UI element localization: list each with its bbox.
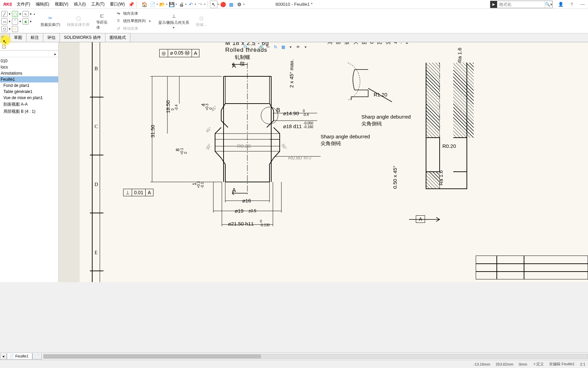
open-icon[interactable]: 📂	[159, 1, 166, 8]
tree-root[interactable]: 010	[0, 58, 58, 64]
sheet-add[interactable]: 📄	[32, 353, 42, 359]
zoom-fit-icon[interactable]: 🔍	[242, 44, 249, 50]
quick-button[interactable]: ◻快速...	[193, 10, 210, 32]
tab-sketch[interactable]: 草图	[10, 33, 27, 42]
home-icon[interactable]: 🏠	[141, 1, 148, 8]
menu-window[interactable]: 窗口(W)	[107, 1, 127, 7]
dim-18: 18.50	[165, 100, 171, 113]
feature-tree-panel: 📋 ▸ 010 locs Annotations Feuille1 Fond d…	[0, 42, 59, 282]
minimize-icon[interactable]: —	[578, 0, 587, 9]
edit-sheet-icon[interactable]: 👁	[295, 44, 301, 50]
menu-view[interactable]: 视图(V)	[52, 1, 71, 7]
detail-r120: R1.20	[374, 92, 387, 97]
search-input[interactable]	[497, 2, 545, 7]
status-z: 0mm	[519, 362, 527, 366]
offset-button[interactable]: ⊏等距实 体	[93, 10, 111, 32]
mirror-button[interactable]: ⇋镜向实体	[112, 10, 153, 17]
pin-icon[interactable]: 📌	[128, 1, 135, 8]
dim-r080: R0.80	[288, 155, 302, 160]
tab-sheetformat[interactable]: 图纸格式	[105, 33, 130, 42]
undo-icon[interactable]: ↶	[187, 1, 195, 8]
dim-r080-tol: ±0.2	[304, 155, 311, 160]
search-box: ▶ 🔍▾	[490, 1, 553, 8]
view-toolbar: 🔍 ⛶ 🔗 ✂ ↻ ▦ ▾ 👁 ▾	[242, 44, 309, 50]
display-style-icon[interactable]: ▦	[280, 44, 287, 50]
ruler-c: C	[95, 124, 98, 129]
move-button[interactable]: ⇄移动实体	[112, 25, 153, 32]
line-icon[interactable]: ╱	[1, 11, 7, 17]
status-def: 々定义	[533, 362, 544, 367]
tab-evaluate[interactable]: 评估	[43, 33, 60, 42]
dim-r020: R0.20	[237, 143, 251, 149]
menu-bar: RKS 文件(F) 编辑(E) 视图(V) 插入(I) 工具(T) 窗口(W) …	[0, 0, 588, 9]
section-ra16a: Ra 1.6	[457, 48, 462, 63]
search-button[interactable]: 🔍▾	[545, 1, 552, 8]
section-arrow-a1: A	[232, 63, 236, 70]
menu-edit[interactable]: 编辑(E)	[33, 1, 52, 7]
title-block	[476, 256, 588, 279]
tab-annotate[interactable]: 标注	[26, 33, 43, 42]
prev-view-icon[interactable]: 🔗	[257, 44, 264, 50]
drawing-canvas[interactable]: 🔍 ⛶ 🔗 ✂ ↻ ▦ ▾ 👁 ▾ B C D E	[59, 42, 588, 282]
dim-d18-tol: -0.050 -0.160	[304, 121, 313, 129]
new-icon[interactable]: 📄	[149, 1, 157, 8]
zoom-area-icon[interactable]: ⛶	[250, 44, 257, 50]
ellipse-icon[interactable]: ◉	[22, 18, 29, 25]
rect-icon[interactable]: ▭	[1, 18, 7, 25]
more-view-icon[interactable]: ▾	[302, 44, 309, 50]
trim-button[interactable]: ✂剪裁实体(T)	[37, 10, 64, 32]
menu-file[interactable]: 文件(F)	[14, 1, 33, 7]
side-ruler: B C D E	[92, 42, 100, 282]
menu-tools[interactable]: 工具(T)	[88, 1, 107, 7]
tree-section-aa[interactable]: 剖面视图 A-A	[0, 101, 58, 108]
linear-pattern-button[interactable]: ⠿线性草图阵列▾	[112, 17, 153, 25]
horizontal-scrollbar[interactable]	[43, 354, 588, 359]
tree-vue[interactable]: Vue de mise en plan1	[0, 95, 58, 101]
poly-icon[interactable]: ⬡	[1, 26, 7, 32]
section-r020: R0.20	[442, 143, 456, 149]
cursor-icon: ↖	[3, 39, 7, 44]
section-chamfer: 0.50 x 45°	[392, 166, 398, 189]
tree-fond[interactable]: Fond de plan1	[0, 82, 58, 89]
relations-button[interactable]: ⊥显示/删除几何关系▾	[155, 10, 193, 32]
sheet-tab-feuille1[interactable]: 📄Feuille1	[7, 353, 32, 359]
circle-icon[interactable]: ◯	[12, 11, 18, 17]
save-icon[interactable]: 💾	[168, 1, 176, 8]
dim-18-tol: 0 -0.4	[171, 105, 178, 110]
print-icon[interactable]: 🖨	[178, 1, 185, 8]
status-x: -13.16mm	[473, 362, 490, 366]
tree-detail-b[interactable]: 局部视图 B (4 : 1)	[0, 108, 58, 115]
status-y: 253.82mm	[496, 362, 513, 366]
tree-table[interactable]: Table générale1	[0, 89, 58, 95]
ruler-b: B	[95, 66, 98, 72]
tab-addins[interactable]: SOLIDWORKS 插件	[60, 33, 105, 42]
section-view-icon[interactable]: ✂	[265, 44, 272, 50]
dim-d21: ⌀21.50 h11	[228, 221, 254, 227]
spline-icon[interactable]: ∿	[22, 11, 29, 17]
tree-annotations[interactable]: Annotations	[0, 70, 58, 76]
redo-icon[interactable]: ↷	[197, 1, 204, 8]
hide-show-icon[interactable]: ▾	[287, 44, 294, 50]
arc-icon[interactable]: ⌒	[12, 18, 18, 25]
help-icon[interactable]: ?	[568, 0, 576, 9]
tree-blocs[interactable]: locs	[0, 64, 58, 70]
tree-sheet[interactable]: Feuille1	[0, 76, 58, 82]
tree-collapse[interactable]: ▸	[0, 50, 58, 57]
sheet-nav-left[interactable]: ◂	[0, 353, 7, 359]
dot-icon[interactable]: ▪	[33, 11, 36, 17]
app-logo: RKS	[1, 2, 14, 7]
settings-icon[interactable]: ⚙	[236, 1, 243, 8]
menu-insert[interactable]: 插入(I)	[71, 1, 88, 7]
user-icon[interactable]: 👤	[557, 0, 565, 9]
ruler-e: E	[95, 250, 98, 256]
dim-d16: ⌀16	[242, 198, 251, 204]
options-icon[interactable]: ▦	[228, 1, 235, 8]
rotate-view-icon[interactable]: ↻	[272, 44, 279, 50]
select-icon[interactable]: ↖	[210, 1, 217, 8]
slot-icon[interactable]: ⬭	[12, 26, 18, 32]
convert-button[interactable]: ▢转换实体引用	[64, 10, 93, 32]
detail-sharp: Sharp angle deburred	[361, 114, 411, 120]
datum-a: A	[416, 215, 425, 223]
dim-1: 1	[191, 183, 197, 185]
rebuild-icon[interactable]: 🔴	[219, 1, 227, 8]
